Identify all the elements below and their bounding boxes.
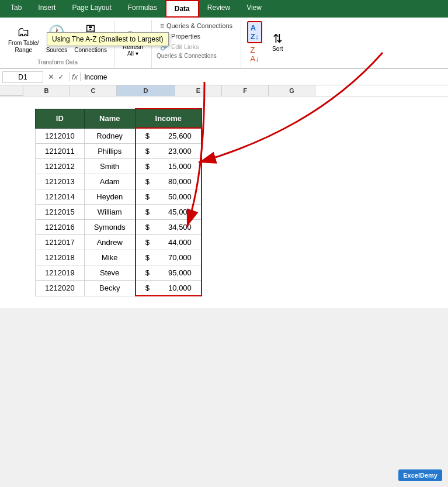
cell-name[interactable]: Andrew: [84, 235, 136, 250]
table-row: 1212020Becky$10,000: [36, 281, 202, 296]
col-header-g[interactable]: G: [269, 85, 315, 96]
col-header-d[interactable]: D: [117, 85, 175, 96]
cell-name[interactable]: Becky: [84, 281, 136, 296]
cell-amount[interactable]: 23,000: [159, 144, 202, 159]
sort-group: AZ↓ ZA↓ ⇅ Sort: [241, 20, 294, 68]
formula-bar-controls: ✕ ✓: [43, 72, 69, 81]
cell-amount[interactable]: 45,000: [159, 205, 202, 220]
cell-id[interactable]: 1212018: [36, 250, 85, 265]
confirm-formula-icon[interactable]: ✓: [58, 72, 64, 81]
spreadsheet-area: B C D E F G Using The A-Z (Smallest to L…: [0, 85, 448, 308]
watermark: ExcelDemy: [398, 469, 442, 481]
cell-dollar[interactable]: $: [136, 220, 159, 235]
th-name: Name: [84, 109, 136, 128]
cell-dollar[interactable]: $: [136, 128, 159, 144]
table-row: 1212014Heyden$50,000: [36, 189, 202, 205]
table-row: 1212018Mike$70,000: [36, 250, 202, 265]
table-row: 1212012Smith$15,000: [36, 159, 202, 174]
cell-reference-input[interactable]: [2, 71, 43, 83]
cell-amount[interactable]: 95,000: [159, 265, 202, 281]
sort-button[interactable]: ⇅ Sort: [267, 32, 288, 54]
col-header-b[interactable]: B: [23, 85, 70, 96]
col-header-e[interactable]: E: [175, 85, 222, 96]
sort-za-button[interactable]: ZA↓: [247, 44, 262, 64]
cell-id[interactable]: 1212017: [36, 235, 85, 250]
cell-name[interactable]: Heyden: [84, 189, 136, 205]
cell-amount[interactable]: 50,000: [159, 189, 202, 205]
corner-cell: [0, 85, 23, 96]
cell-dollar[interactable]: $: [136, 265, 159, 281]
cell-name[interactable]: Adam: [84, 174, 136, 189]
tab-tab[interactable]: Tab: [2, 0, 30, 18]
table-row: 1212019Steve$95,000: [36, 265, 202, 281]
properties-label: Properties: [171, 33, 200, 40]
sort-za-icon: ZA↓: [250, 46, 259, 63]
cell-name[interactable]: Rodney: [84, 128, 136, 144]
sort-buttons: AZ↓ ZA↓ ⇅ Sort: [247, 21, 288, 64]
table-container: ID Name Income 1212010Rodney$25,60012120…: [0, 96, 448, 308]
table-range-icon: 🗂: [17, 26, 30, 39]
formula-content[interactable]: Income: [81, 73, 446, 81]
cell-id[interactable]: 1212015: [36, 205, 85, 220]
cell-id[interactable]: 1212010: [36, 128, 85, 144]
cell-dollar[interactable]: $: [136, 174, 159, 189]
cell-name[interactable]: Steve: [84, 265, 136, 281]
cell-id[interactable]: 1212013: [36, 174, 85, 189]
cell-amount[interactable]: 70,000: [159, 250, 202, 265]
qc-group-label: Queries & Connections: [157, 53, 217, 60]
cell-name[interactable]: Symonds: [84, 220, 136, 235]
data-table: ID Name Income 1212010Rodney$25,60012120…: [35, 108, 202, 296]
col-header-c[interactable]: C: [70, 85, 117, 96]
cell-amount[interactable]: 34,500: [159, 220, 202, 235]
cell-amount[interactable]: 25,600: [159, 128, 202, 144]
table-header-row: ID Name Income: [36, 109, 202, 128]
queries-connections-button[interactable]: ≡ Queries & Connections: [159, 21, 234, 30]
cell-dollar[interactable]: $: [136, 189, 159, 205]
sort-az-button[interactable]: AZ↓: [247, 21, 262, 43]
cell-name[interactable]: Smith: [84, 159, 136, 174]
cancel-formula-icon[interactable]: ✕: [48, 72, 54, 81]
sort-az-icon: AZ↓: [251, 23, 259, 41]
table-row: 1212016Symonds$34,500: [36, 220, 202, 235]
cell-dollar[interactable]: $: [136, 159, 159, 174]
tab-review[interactable]: Review: [199, 0, 238, 18]
cell-id[interactable]: 1212020: [36, 281, 85, 296]
cell-id[interactable]: 1212011: [36, 144, 85, 159]
transform-group-label: Transform Data: [37, 59, 78, 67]
cell-dollar[interactable]: $: [136, 281, 159, 296]
th-income: Income: [136, 109, 202, 128]
cell-dollar[interactable]: $: [136, 144, 159, 159]
cell-id[interactable]: 1212014: [36, 189, 85, 205]
cell-amount[interactable]: 80,000: [159, 174, 202, 189]
cell-amount[interactable]: 44,000: [159, 235, 202, 250]
cell-id[interactable]: 1212019: [36, 265, 85, 281]
tab-data[interactable]: Data: [165, 0, 199, 18]
cell-id[interactable]: 1212012: [36, 159, 85, 174]
cell-name[interactable]: Mike: [84, 250, 136, 265]
tab-page-layout[interactable]: Page Layout: [64, 0, 119, 18]
edit-links-button[interactable]: 🔗 Edit Links: [159, 42, 234, 51]
table-row: 1212015William$45,000: [36, 205, 202, 220]
cell-name[interactable]: William: [84, 205, 136, 220]
tab-insert[interactable]: Insert: [30, 0, 64, 18]
properties-button[interactable]: 📋 Properties: [159, 32, 234, 41]
cell-name[interactable]: Phillips: [84, 144, 136, 159]
cell-dollar[interactable]: $: [136, 250, 159, 265]
table-row: 1212011Phillips$23,000: [36, 144, 202, 159]
cell-amount[interactable]: 10,000: [159, 281, 202, 296]
fx-icon: fx: [69, 72, 81, 81]
cell-amount[interactable]: 15,000: [159, 159, 202, 174]
sort-label: Sort: [272, 46, 283, 53]
from-table-label: From Table/Range: [8, 40, 39, 54]
cell-dollar[interactable]: $: [136, 235, 159, 250]
ribbon-tab-bar: Tab Insert Page Layout Formulas Data Rev…: [0, 0, 448, 18]
tab-view[interactable]: View: [238, 0, 270, 18]
cell-id[interactable]: 1212016: [36, 220, 85, 235]
table-body: 1212010Rodney$25,6001212011Phillips$23,0…: [36, 128, 202, 296]
table-row: 1212013Adam$80,000: [36, 174, 202, 189]
tab-formulas[interactable]: Formulas: [120, 0, 165, 18]
col-header-f[interactable]: F: [222, 85, 269, 96]
edit-links-label: Edit Links: [171, 43, 199, 50]
from-table-button[interactable]: 🗂 From Table/Range: [6, 25, 41, 55]
cell-dollar[interactable]: $: [136, 205, 159, 220]
